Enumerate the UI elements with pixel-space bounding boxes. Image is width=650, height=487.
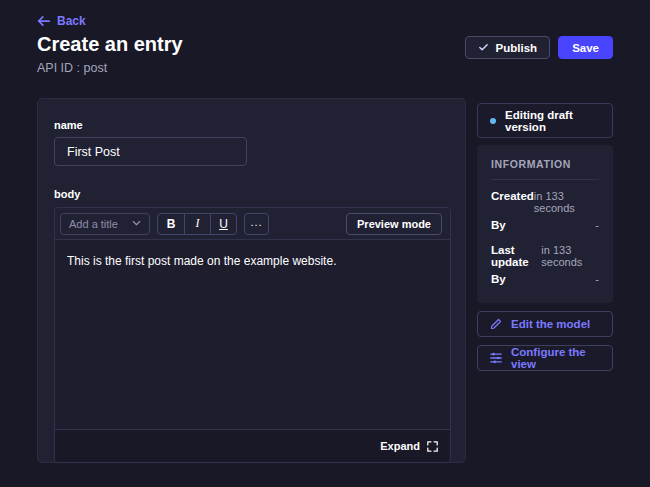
expand-button[interactable]: Expand	[380, 440, 438, 452]
preview-mode-button[interactable]: Preview mode	[346, 213, 442, 235]
info-row-last-update: Last update in 133 seconds	[491, 244, 599, 268]
preview-mode-label: Preview mode	[357, 218, 431, 230]
rich-text-editor: Add a title B I U ... Preview mode This …	[54, 207, 451, 463]
title-select-placeholder: Add a title	[69, 218, 118, 230]
information-divider	[491, 179, 599, 180]
italic-button[interactable]: I	[184, 214, 210, 234]
body-textarea[interactable]: This is the first post made on the examp…	[55, 239, 450, 429]
expand-icon	[427, 441, 438, 452]
body-field-label: body	[54, 188, 449, 200]
info-row-value: -	[595, 273, 599, 285]
info-row-created: Created in 133 seconds	[491, 190, 599, 214]
name-field-label: name	[54, 119, 449, 131]
more-options-button[interactable]: ...	[244, 213, 269, 235]
bold-button[interactable]: B	[158, 214, 184, 234]
configure-view-label: Configure the view	[511, 346, 600, 370]
editor-footer: Expand	[55, 429, 450, 462]
publish-button[interactable]: Publish	[465, 36, 551, 59]
info-row-value: in 133 seconds	[541, 244, 599, 268]
header-actions: Publish Save	[465, 36, 613, 59]
edit-model-button[interactable]: Edit the model	[477, 311, 613, 337]
save-button[interactable]: Save	[558, 36, 613, 59]
save-label: Save	[572, 42, 599, 54]
check-icon	[478, 42, 489, 53]
sliders-icon	[490, 352, 502, 364]
info-row-value: in 133 seconds	[534, 190, 599, 214]
information-panel: INFORMATION Created in 133 seconds By - …	[477, 145, 613, 303]
back-label: Back	[57, 14, 86, 28]
chevron-down-icon	[132, 220, 141, 227]
back-link[interactable]: Back	[37, 14, 86, 28]
arrow-left-icon	[37, 15, 51, 27]
name-input[interactable]	[54, 137, 247, 166]
configure-view-button[interactable]: Configure the view	[477, 345, 613, 371]
draft-status-label: Editing draft version	[505, 109, 600, 133]
pencil-icon	[490, 318, 502, 330]
information-title: INFORMATION	[491, 158, 599, 170]
draft-status-box: Editing draft version	[477, 103, 613, 138]
info-row-label: Created	[491, 190, 534, 202]
title-style-select[interactable]: Add a title	[60, 213, 150, 235]
editor-toolbar: Add a title B I U ... Preview mode	[55, 208, 450, 239]
ellipsis-icon: ...	[250, 216, 262, 228]
info-row-created-by: By -	[491, 219, 599, 231]
edit-model-label: Edit the model	[511, 318, 590, 330]
expand-label: Expand	[380, 440, 420, 452]
info-row-value: -	[595, 219, 599, 231]
api-id-subtitle: API ID : post	[37, 61, 107, 75]
underline-button[interactable]: U	[210, 214, 236, 234]
publish-label: Publish	[496, 42, 538, 54]
info-row-label: By	[491, 273, 506, 285]
info-row-label: By	[491, 219, 506, 231]
right-sidebar: Editing draft version INFORMATION Create…	[477, 103, 613, 371]
page-title: Create an entry	[37, 33, 183, 56]
draft-status-dot	[490, 118, 496, 124]
info-row-label: Last update	[491, 244, 541, 268]
info-row-gap	[491, 236, 599, 244]
format-group: B I U	[157, 213, 237, 235]
info-row-updated-by: By -	[491, 273, 599, 285]
entry-form-card: name body Add a title B I U ... Preview …	[37, 98, 466, 463]
